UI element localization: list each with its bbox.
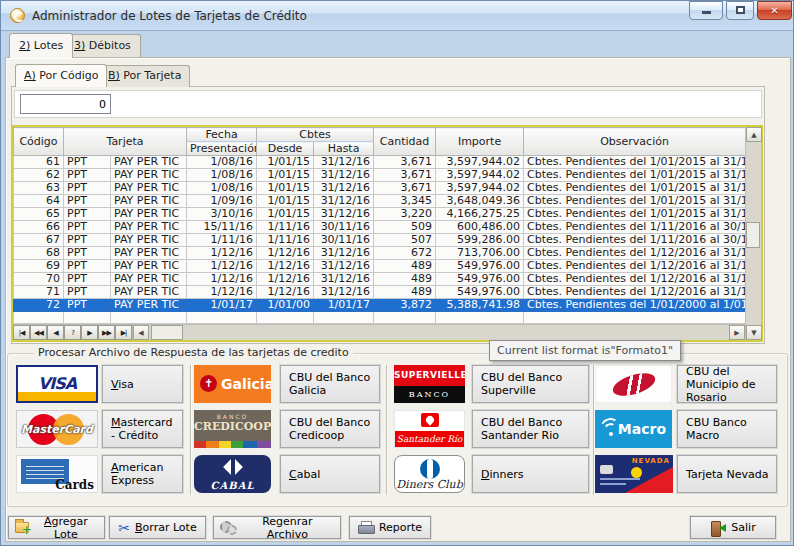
- scroll-left-icon[interactable]: ◀: [133, 325, 149, 340]
- col-fecha[interactable]: Fecha: [187, 128, 257, 142]
- grid-cell: 70: [14, 273, 64, 286]
- mastercard-button[interactable]: Mastercard - Crédito: [102, 410, 183, 448]
- grid-cell: PPT: [64, 208, 111, 221]
- cbu-galicia-label: CBU del Banco Galicia: [289, 371, 375, 397]
- nevada-circle: [631, 467, 642, 478]
- grid-cell: Cbtes. Pendientes del 1/12/2016 al 31/12…: [524, 286, 746, 299]
- horizontal-scroll-thumb[interactable]: [151, 325, 183, 340]
- reporte-button[interactable]: Reporte: [349, 516, 431, 539]
- grid-nav-button[interactable]: ◀◀: [30, 325, 47, 340]
- horizontal-scrollbar[interactable]: ◀ ▶: [132, 325, 745, 340]
- grid-nav-button[interactable]: ▶▶: [98, 325, 115, 340]
- vertical-scroll-thumb[interactable]: [746, 222, 760, 248]
- col-cbtes[interactable]: Cbtes: [257, 128, 374, 142]
- grid-cell: 1/01/15: [257, 169, 314, 182]
- subtab-por-tarjeta[interactable]: B) Por Tarjeta: [99, 65, 190, 87]
- grid-row[interactable]: 71PPTPAY PER TIC1/12/161/12/1631/12/1648…: [14, 286, 746, 299]
- grid-nav-button[interactable]: ◀: [47, 325, 64, 340]
- tab-lotes[interactable]: 2) Lotes: [9, 33, 73, 58]
- visa-button[interactable]: Visa: [102, 365, 183, 403]
- close-button[interactable]: ✕: [757, 1, 792, 20]
- grid-nav-button[interactable]: ▶: [81, 325, 98, 340]
- grid-cell: 31/12/16: [314, 286, 374, 299]
- grid-cell: 672: [374, 247, 436, 260]
- vertical-scroll-track[interactable]: [746, 142, 761, 325]
- grid-cell: Cbtes. Pendientes del 1/11/2016 al 30/11…: [524, 234, 746, 247]
- grid-cell: 1/12/16: [187, 260, 257, 273]
- grid-row[interactable]: 68PPTPAY PER TIC1/12/161/12/1631/12/1667…: [14, 247, 746, 260]
- dinners-button[interactable]: Dinners: [472, 455, 589, 493]
- cbu-macro-button[interactable]: CBU Banco Macro: [677, 410, 777, 448]
- grid-nav-button[interactable]: ?: [64, 325, 81, 340]
- col-importe[interactable]: Importe: [436, 128, 524, 156]
- grid-cell: 1/01/00: [257, 299, 314, 312]
- cabal-button[interactable]: Cabal: [280, 455, 380, 493]
- grid-cell: PPT: [64, 247, 111, 260]
- lotes-grid: Código Tarjeta Fecha Cbtes Cantidad Impo…: [11, 125, 763, 342]
- column-divider: [593, 365, 594, 495]
- grid-header: Código Tarjeta Fecha Cbtes Cantidad Impo…: [14, 128, 746, 156]
- grid-row[interactable]: 65PPTPAY PER TIC3/10/161/01/1531/12/163,…: [14, 208, 746, 221]
- grid-cell: 1/11/16: [257, 221, 314, 234]
- santander-flame-icon: [421, 413, 439, 427]
- grid-cell: 31/12/16: [314, 260, 374, 273]
- grid-row[interactable]: 66PPTPAY PER TIC15/11/161/11/1630/11/165…: [14, 221, 746, 234]
- cbu-supervielle-button[interactable]: CBU del Banco Superville: [472, 365, 589, 403]
- agregar-lote-button[interactable]: Agregar Lote: [8, 516, 105, 539]
- minimize-button[interactable]: [689, 1, 723, 20]
- grid-row[interactable]: 62PPTPAY PER TIC1/08/161/01/1531/12/163,…: [14, 169, 746, 182]
- grid-cell: 509: [374, 221, 436, 234]
- grid-row[interactable]: 69PPTPAY PER TIC1/12/161/12/1631/12/1648…: [14, 260, 746, 273]
- grid-cell: 31/12/16: [314, 156, 374, 169]
- maximize-button[interactable]: [726, 1, 754, 20]
- grid-cell: PAY PER TIC: [111, 182, 187, 195]
- col-observacion[interactable]: Observación: [524, 128, 746, 156]
- grid-row[interactable]: 72PPTPAY PER TIC1/01/171/01/001/01/173,8…: [14, 299, 746, 312]
- santander-logo: Santander Río: [394, 410, 465, 448]
- grid-row[interactable]: 70PPTPAY PER TIC1/12/161/12/1631/12/1648…: [14, 273, 746, 286]
- amex-button[interactable]: American Express: [102, 455, 183, 493]
- borrar-lote-button[interactable]: ✂ Borrar Lote: [109, 516, 206, 539]
- scroll-up-icon[interactable]: ▲: [746, 127, 762, 142]
- scroll-right-icon[interactable]: ▶: [729, 325, 745, 340]
- grid-row[interactable]: 64PPTPAY PER TIC1/09/161/01/1531/12/163,…: [14, 195, 746, 208]
- grid-row[interactable]: 61PPTPAY PER TIC1/08/161/01/1531/12/163,…: [14, 156, 746, 169]
- supervielle-logo: SUPERVIELLE BANCO: [394, 365, 465, 403]
- vertical-scrollbar[interactable]: ▲ ▼: [745, 127, 761, 340]
- tarjeta-nevada-button[interactable]: Tarjeta Nevada: [677, 455, 777, 493]
- visa-gold-bar: [18, 392, 96, 401]
- amex-logo: Cards: [16, 455, 98, 493]
- tab-debitos[interactable]: 3) Débitos: [64, 34, 141, 57]
- cbu-galicia-button[interactable]: CBU del Banco Galicia: [280, 365, 380, 403]
- col-fecha-presentacion[interactable]: Presentación: [187, 142, 257, 156]
- grid-nav-button[interactable]: |◀: [13, 325, 30, 340]
- regenerar-archivo-button[interactable]: Regenrar Archivo: [213, 516, 341, 539]
- minimize-icon: [702, 11, 711, 14]
- cbu-credicoop-button[interactable]: CBU del Banco Credicoop: [280, 410, 380, 448]
- col-tarjeta[interactable]: Tarjeta: [64, 128, 187, 156]
- col-cantidad[interactable]: Cantidad: [374, 128, 436, 156]
- grid-empty-cell: [524, 312, 746, 324]
- grid-row[interactable]: 67PPTPAY PER TIC1/11/161/11/1630/11/1650…: [14, 234, 746, 247]
- codigo-filter-input[interactable]: [20, 94, 111, 114]
- grid-cell: 15/11/16: [187, 221, 257, 234]
- col-desde[interactable]: Desde: [257, 142, 314, 156]
- horizontal-scroll-track[interactable]: [183, 325, 729, 340]
- col-codigo[interactable]: Código: [14, 128, 64, 156]
- col-hasta[interactable]: Hasta: [314, 142, 374, 156]
- grid-cell: 61: [14, 156, 64, 169]
- cbu-credicoop-label: CBU del Banco Credicoop: [289, 416, 375, 442]
- salir-button[interactable]: Salir: [690, 516, 776, 539]
- scroll-down-icon[interactable]: ▼: [746, 325, 762, 340]
- gears-icon: [220, 521, 236, 535]
- cbu-rosario-button[interactable]: CBU del Municipio de Rosario: [677, 365, 777, 403]
- subtab-por-codigo[interactable]: A) Por Código: [15, 64, 107, 87]
- grid-cell: Cbtes. Pendientes del 1/01/2015 al 31/12…: [524, 182, 746, 195]
- grid-nav: |◀◀◀◀?▶▶▶▶|: [13, 325, 132, 340]
- grid-cell: PPT: [64, 234, 111, 247]
- grid-nav-button[interactable]: ▶|: [115, 325, 132, 340]
- grid-cell: 3,671: [374, 156, 436, 169]
- cbu-santander-button[interactable]: CBU del Banco Santander Rio: [472, 410, 589, 448]
- grid-row[interactable]: 63PPTPAY PER TIC1/08/161/01/1531/12/163,…: [14, 182, 746, 195]
- grid-cell: PPT: [64, 221, 111, 234]
